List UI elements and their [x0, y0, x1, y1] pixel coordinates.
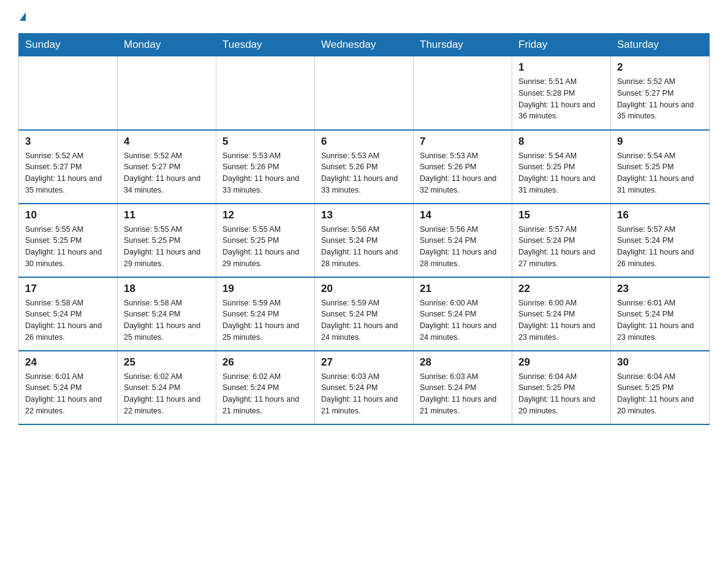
day-info: Sunrise: 5:55 AM Sunset: 5:25 PM Dayligh… — [222, 224, 308, 270]
day-number: 26 — [222, 356, 308, 369]
day-cell: 9Sunrise: 5:54 AM Sunset: 5:25 PM Daylig… — [611, 130, 710, 204]
day-number: 4 — [124, 136, 210, 148]
day-cell: 12Sunrise: 5:55 AM Sunset: 5:25 PM Dayli… — [216, 204, 315, 277]
day-info: Sunrise: 5:58 AM Sunset: 5:24 PM Dayligh… — [124, 297, 210, 343]
day-number: 13 — [321, 209, 407, 221]
day-number: 15 — [518, 209, 604, 221]
day-info: Sunrise: 6:03 AM Sunset: 5:24 PM Dayligh… — [321, 371, 407, 417]
day-info: Sunrise: 6:00 AM Sunset: 5:24 PM Dayligh… — [420, 297, 506, 343]
week-row-1: 1Sunrise: 5:51 AM Sunset: 5:28 PM Daylig… — [19, 56, 710, 130]
weekday-header-thursday: Thursday — [414, 34, 512, 56]
day-cell: 18Sunrise: 5:58 AM Sunset: 5:24 PM Dayli… — [118, 277, 216, 351]
week-row-4: 17Sunrise: 5:58 AM Sunset: 5:24 PM Dayli… — [19, 277, 710, 351]
day-info: Sunrise: 5:51 AM Sunset: 5:28 PM Dayligh… — [518, 76, 604, 122]
day-info: Sunrise: 5:52 AM Sunset: 5:27 PM Dayligh… — [617, 76, 703, 122]
day-cell: 19Sunrise: 5:59 AM Sunset: 5:24 PM Dayli… — [216, 277, 315, 351]
day-cell: 11Sunrise: 5:55 AM Sunset: 5:25 PM Dayli… — [118, 204, 216, 277]
day-number: 10 — [25, 209, 111, 221]
day-number: 24 — [25, 356, 111, 369]
day-number: 14 — [420, 209, 506, 221]
day-number: 30 — [617, 356, 703, 369]
day-cell: 5Sunrise: 5:53 AM Sunset: 5:26 PM Daylig… — [216, 130, 315, 204]
day-cell: 24Sunrise: 6:01 AM Sunset: 5:24 PM Dayli… — [19, 351, 118, 424]
day-cell: 16Sunrise: 5:57 AM Sunset: 5:24 PM Dayli… — [611, 204, 710, 277]
day-cell: 10Sunrise: 5:55 AM Sunset: 5:25 PM Dayli… — [19, 204, 118, 277]
weekday-header-monday: Monday — [118, 34, 216, 56]
week-row-5: 24Sunrise: 6:01 AM Sunset: 5:24 PM Dayli… — [19, 351, 710, 424]
day-number: 11 — [124, 209, 210, 221]
day-number: 18 — [124, 283, 210, 295]
day-info: Sunrise: 5:59 AM Sunset: 5:24 PM Dayligh… — [222, 297, 308, 343]
day-cell — [216, 56, 315, 130]
page-header — [18, 12, 710, 21]
day-info: Sunrise: 5:53 AM Sunset: 5:26 PM Dayligh… — [420, 150, 506, 196]
day-number: 19 — [222, 283, 308, 295]
day-info: Sunrise: 6:03 AM Sunset: 5:24 PM Dayligh… — [420, 371, 506, 417]
day-info: Sunrise: 6:02 AM Sunset: 5:24 PM Dayligh… — [124, 371, 210, 417]
day-info: Sunrise: 5:56 AM Sunset: 5:24 PM Dayligh… — [420, 224, 506, 270]
day-number: 8 — [518, 136, 604, 148]
day-number: 17 — [25, 283, 111, 295]
day-cell: 20Sunrise: 5:59 AM Sunset: 5:24 PM Dayli… — [315, 277, 414, 351]
day-cell: 4Sunrise: 5:52 AM Sunset: 5:27 PM Daylig… — [118, 130, 216, 204]
day-number: 29 — [518, 356, 604, 369]
day-cell: 3Sunrise: 5:52 AM Sunset: 5:27 PM Daylig… — [19, 130, 118, 204]
day-info: Sunrise: 5:54 AM Sunset: 5:25 PM Dayligh… — [617, 150, 703, 196]
day-info: Sunrise: 5:55 AM Sunset: 5:25 PM Dayligh… — [124, 224, 210, 270]
week-row-2: 3Sunrise: 5:52 AM Sunset: 5:27 PM Daylig… — [19, 130, 710, 204]
day-number: 25 — [124, 356, 210, 369]
logo-triangle-icon — [20, 12, 26, 21]
day-cell: 14Sunrise: 5:56 AM Sunset: 5:24 PM Dayli… — [414, 204, 512, 277]
day-number: 6 — [321, 136, 407, 148]
day-cell: 28Sunrise: 6:03 AM Sunset: 5:24 PM Dayli… — [414, 351, 512, 424]
day-cell: 22Sunrise: 6:00 AM Sunset: 5:24 PM Dayli… — [512, 277, 611, 351]
day-info: Sunrise: 5:54 AM Sunset: 5:25 PM Dayligh… — [518, 150, 604, 196]
day-info: Sunrise: 5:53 AM Sunset: 5:26 PM Dayligh… — [321, 150, 407, 196]
day-info: Sunrise: 5:57 AM Sunset: 5:24 PM Dayligh… — [617, 224, 703, 270]
day-cell — [118, 56, 216, 130]
day-number: 16 — [617, 209, 703, 221]
day-number: 27 — [321, 356, 407, 369]
day-cell: 26Sunrise: 6:02 AM Sunset: 5:24 PM Dayli… — [216, 351, 315, 424]
day-info: Sunrise: 5:52 AM Sunset: 5:27 PM Dayligh… — [25, 150, 111, 196]
day-info: Sunrise: 6:00 AM Sunset: 5:24 PM Dayligh… — [518, 297, 604, 343]
day-cell — [315, 56, 414, 130]
day-cell — [414, 56, 512, 130]
day-cell: 13Sunrise: 5:56 AM Sunset: 5:24 PM Dayli… — [315, 204, 414, 277]
day-info: Sunrise: 5:52 AM Sunset: 5:27 PM Dayligh… — [124, 150, 210, 196]
day-number: 7 — [420, 136, 506, 148]
day-info: Sunrise: 5:55 AM Sunset: 5:25 PM Dayligh… — [25, 224, 111, 270]
calendar-table: SundayMondayTuesdayWednesdayThursdayFrid… — [18, 33, 710, 425]
day-info: Sunrise: 6:02 AM Sunset: 5:24 PM Dayligh… — [222, 371, 308, 417]
day-info: Sunrise: 6:04 AM Sunset: 5:25 PM Dayligh… — [617, 371, 703, 417]
week-row-3: 10Sunrise: 5:55 AM Sunset: 5:25 PM Dayli… — [19, 204, 710, 277]
weekday-header-tuesday: Tuesday — [216, 34, 315, 56]
day-number: 3 — [25, 136, 111, 148]
day-cell: 21Sunrise: 6:00 AM Sunset: 5:24 PM Dayli… — [414, 277, 512, 351]
day-cell: 17Sunrise: 5:58 AM Sunset: 5:24 PM Dayli… — [19, 277, 118, 351]
day-cell: 25Sunrise: 6:02 AM Sunset: 5:24 PM Dayli… — [118, 351, 216, 424]
day-cell: 7Sunrise: 5:53 AM Sunset: 5:26 PM Daylig… — [414, 130, 512, 204]
day-info: Sunrise: 5:53 AM Sunset: 5:26 PM Dayligh… — [222, 150, 308, 196]
day-info: Sunrise: 5:56 AM Sunset: 5:24 PM Dayligh… — [321, 224, 407, 270]
day-cell — [19, 56, 118, 130]
day-cell: 8Sunrise: 5:54 AM Sunset: 5:25 PM Daylig… — [512, 130, 611, 204]
day-info: Sunrise: 5:59 AM Sunset: 5:24 PM Dayligh… — [321, 297, 407, 343]
day-number: 21 — [420, 283, 506, 295]
day-number: 5 — [222, 136, 308, 148]
day-number: 28 — [420, 356, 506, 369]
day-info: Sunrise: 5:57 AM Sunset: 5:24 PM Dayligh… — [518, 224, 604, 270]
day-cell: 29Sunrise: 6:04 AM Sunset: 5:25 PM Dayli… — [512, 351, 611, 424]
weekday-header-sunday: Sunday — [19, 34, 118, 56]
day-number: 1 — [518, 61, 604, 74]
day-number: 20 — [321, 283, 407, 295]
day-number: 12 — [222, 209, 308, 221]
day-info: Sunrise: 5:58 AM Sunset: 5:24 PM Dayligh… — [25, 297, 111, 343]
day-cell: 30Sunrise: 6:04 AM Sunset: 5:25 PM Dayli… — [611, 351, 710, 424]
day-cell: 23Sunrise: 6:01 AM Sunset: 5:24 PM Dayli… — [611, 277, 710, 351]
weekday-header-row: SundayMondayTuesdayWednesdayThursdayFrid… — [19, 34, 710, 56]
day-cell: 1Sunrise: 5:51 AM Sunset: 5:28 PM Daylig… — [512, 56, 611, 130]
logo — [18, 12, 26, 21]
weekday-header-friday: Friday — [512, 34, 611, 56]
day-info: Sunrise: 6:04 AM Sunset: 5:25 PM Dayligh… — [518, 371, 604, 417]
